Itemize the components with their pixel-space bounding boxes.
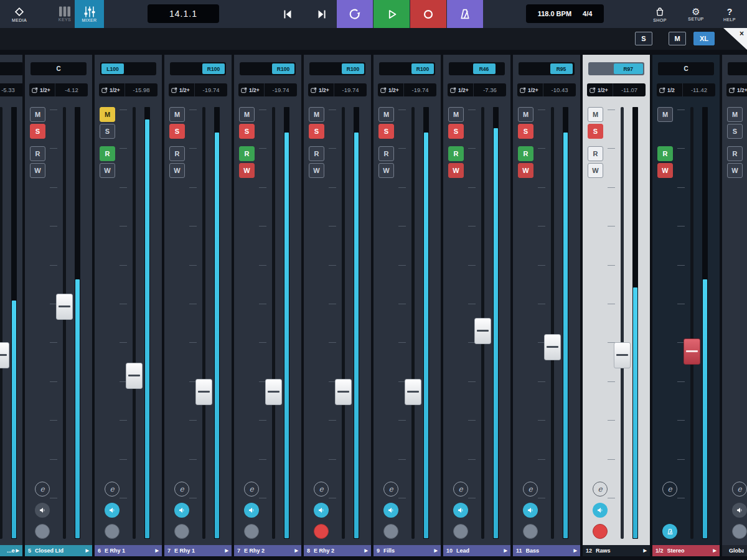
read-automation-button[interactable]: R [657, 146, 673, 161]
fader-handle[interactable] [56, 294, 73, 320]
loop-button[interactable] [337, 0, 373, 28]
output-routing-button[interactable]: 1/2+ [517, 83, 543, 96]
solo-button[interactable]: S [239, 124, 255, 139]
output-routing-button[interactable]: 1/2+ [448, 83, 474, 96]
write-automation-button[interactable]: W [518, 163, 533, 178]
output-routing-button[interactable]: 1/2+ [378, 83, 404, 96]
read-automation-button[interactable]: R [309, 146, 324, 161]
mixer-size-small-button[interactable]: S [635, 32, 652, 45]
channel-name-label[interactable]: 8E Rhy 2▶ [304, 545, 371, 556]
solo-button[interactable]: S [309, 124, 324, 139]
monitor-button[interactable] [732, 503, 747, 518]
skip-back-button[interactable] [272, 0, 303, 28]
pan-slider[interactable]: R100 [240, 62, 296, 75]
output-routing-button[interactable]: 1/2+ [169, 83, 195, 96]
record-arm-button[interactable] [383, 524, 398, 539]
tempo-display[interactable]: 118.0 BPM 4/4 [526, 4, 604, 23]
write-automation-button[interactable]: W [378, 163, 394, 178]
write-automation-button[interactable]: W [100, 163, 115, 178]
fader-track[interactable] [63, 107, 66, 539]
record-button[interactable] [410, 0, 446, 28]
fader-track[interactable] [411, 107, 415, 539]
record-arm-button[interactable] [453, 524, 468, 539]
fader-handle[interactable] [544, 334, 561, 360]
fader-handle[interactable] [405, 379, 421, 405]
pan-slider[interactable]: L100 [100, 62, 156, 75]
channel-settings-button[interactable]: e [383, 482, 398, 497]
output-routing-button[interactable]: 1/2+ [29, 83, 55, 96]
channel-name-label[interactable]: 6E Rhy 1▶ [95, 545, 162, 556]
channel-name-label[interactable]: 1/2Stereo▶ [652, 545, 720, 556]
read-automation-button[interactable]: R [378, 146, 394, 161]
write-automation-button[interactable]: W [727, 163, 743, 178]
output-routing-button[interactable]: 1/2+ [99, 83, 125, 96]
read-automation-button[interactable]: R [169, 146, 185, 161]
read-automation-button[interactable]: R [727, 146, 743, 161]
solo-button[interactable]: S [30, 124, 45, 139]
solo-button[interactable]: S [100, 124, 115, 139]
pan-slider[interactable] [0, 62, 22, 75]
read-automation-button[interactable]: R [100, 146, 115, 161]
fader-handle[interactable] [265, 379, 282, 405]
metronome-button[interactable] [447, 0, 483, 28]
channel-name-label[interactable]: 11Bass▶ [513, 545, 580, 556]
fader-handle[interactable] [195, 379, 212, 405]
mute-button[interactable]: M [309, 107, 324, 122]
fader-track[interactable] [0, 107, 2, 539]
monitor-button[interactable] [453, 503, 468, 518]
monitor-button[interactable] [174, 503, 189, 518]
fader-track[interactable] [133, 107, 136, 539]
mute-button[interactable]: M [727, 107, 743, 122]
channel-name-label[interactable]: 10Lead▶ [443, 545, 510, 556]
channel-name-label[interactable]: 9Fills▶ [374, 545, 441, 556]
skip-forward-button[interactable] [306, 0, 337, 28]
mute-button[interactable]: M [30, 107, 45, 122]
channel-name-label[interactable]: 12Raws▶ [583, 545, 650, 556]
read-automation-button[interactable]: R [518, 146, 533, 161]
read-automation-button[interactable]: R [588, 146, 603, 161]
mute-button[interactable]: M [239, 107, 255, 122]
fader-handle[interactable] [335, 379, 352, 405]
solo-button[interactable]: S [727, 124, 743, 139]
fader-track[interactable] [342, 107, 345, 539]
pan-slider[interactable]: R95 [519, 62, 575, 75]
pan-slider[interactable]: R97 [588, 62, 644, 75]
pan-slider[interactable]: R100 [309, 62, 365, 75]
read-automation-button[interactable]: R [30, 146, 45, 161]
channel-settings-button[interactable]: e [593, 482, 608, 497]
monitor-button[interactable] [314, 503, 329, 518]
play-button[interactable] [374, 0, 410, 28]
record-arm-button[interactable] [732, 524, 747, 539]
record-arm-button[interactable] [35, 524, 50, 539]
pan-slider[interactable]: R100 [170, 62, 226, 75]
fader-handle[interactable] [614, 342, 631, 368]
mute-button[interactable]: M [588, 107, 603, 122]
solo-button[interactable]: S [448, 124, 464, 139]
output-routing-button[interactable]: 1/2+ [587, 83, 613, 96]
fader-track[interactable] [272, 107, 275, 539]
write-automation-button[interactable]: W [309, 163, 324, 178]
output-routing-button[interactable]: 1/2+ [308, 83, 334, 96]
channel-settings-button[interactable]: e [732, 482, 747, 497]
output-routing-button[interactable]: 1/2+ [726, 83, 747, 96]
mixer-size-xl-button[interactable]: XL [693, 32, 715, 45]
channel-name-label[interactable]: 7E Rhy 1▶ [164, 545, 232, 556]
mute-button[interactable]: M [518, 107, 533, 122]
monitor-button[interactable] [523, 503, 538, 518]
output-routing-button[interactable]: 1/2 [657, 83, 683, 96]
pan-slider[interactable] [728, 62, 747, 75]
fader-track[interactable] [690, 107, 693, 539]
mixer-size-medium-button[interactable]: M [669, 32, 686, 45]
output-routing-button[interactable]: 1/2+ [238, 83, 265, 96]
channel-settings-button[interactable]: e [105, 482, 120, 497]
fader-track[interactable] [202, 107, 205, 539]
help-button[interactable]: ? HELP [717, 0, 742, 28]
solo-button[interactable]: S [169, 124, 185, 139]
pan-slider[interactable]: R100 [379, 62, 435, 75]
solo-button[interactable]: S [378, 124, 394, 139]
monitor-button[interactable] [383, 503, 398, 518]
monitor-button[interactable] [593, 503, 608, 518]
metronome-badge-button[interactable] [662, 524, 677, 539]
channel-settings-button[interactable]: e [453, 482, 468, 497]
write-automation-button[interactable]: W [239, 163, 255, 178]
